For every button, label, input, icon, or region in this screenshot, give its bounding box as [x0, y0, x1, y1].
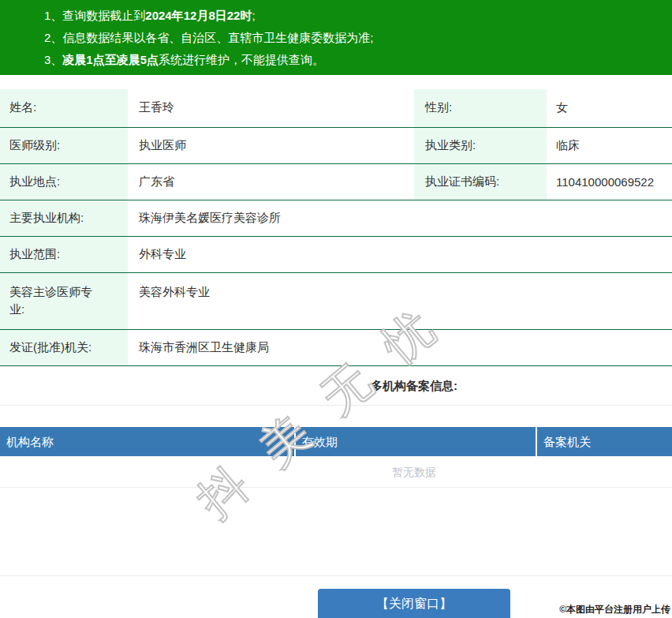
empty-table-body	[0, 488, 672, 576]
cosmetic-label-cell: 美容主诊医师专业:	[0, 272, 128, 329]
query-result-page: 1、查询数据截止到2024年12月8日22时; 2、信息数据结果以各省、自治区、…	[0, 0, 672, 618]
name-label-cell: 姓名:	[0, 89, 128, 127]
location-label-cell: 执业地点:	[0, 163, 128, 200]
org-label-cell: 主要执业机构:	[0, 200, 128, 236]
level-label: 医师级别:	[9, 138, 60, 152]
category-label: 执业类别:	[425, 138, 476, 152]
notice-2-text: 信息数据结果以各省、自治区、直辖市卫生健康委数据为准;	[62, 31, 373, 44]
close-window-button[interactable]: 【关闭窗口】	[318, 589, 510, 618]
name-value-cell: 王香玲	[128, 89, 414, 127]
category-value: 临床	[556, 138, 580, 152]
level-value-cell: 执业医师	[128, 127, 414, 163]
notice-line-1: 1、查询数据截止到2024年12月8日22时;	[44, 5, 672, 27]
table-row: 美容主诊医师专业: 美容外科专业	[0, 272, 672, 329]
record-table-header: 机构名称 有效期 备案机关	[0, 427, 672, 456]
table-row: 姓名: 王香玲 性别: 女	[0, 89, 672, 127]
notice-3-number: 3、	[44, 53, 62, 66]
notice-line-2: 2、信息数据结果以各省、自治区、直辖市卫生健康委数据为准;	[44, 27, 672, 49]
practitioner-info-table: 姓名: 王香玲 性别: 女 医师级别: 执业医师 执业类别: 临床 执业地点: …	[0, 89, 672, 366]
notice-line-3: 3、凌晨1点至凌晨5点系统进行维护，不能提供查询。	[44, 49, 672, 71]
location-value-cell: 广东省	[128, 163, 414, 200]
category-label-cell: 执业类别:	[414, 127, 547, 163]
column-header-validity: 有效期	[296, 427, 537, 456]
cert-label: 执业证书编码:	[425, 174, 499, 188]
notice-banner: 1、查询数据截止到2024年12月8日22时; 2、信息数据结果以各省、自治区、…	[0, 0, 672, 75]
org-label: 主要执业机构:	[9, 211, 84, 224]
category-value-cell: 临床	[547, 127, 672, 163]
notice-1-number: 1、	[44, 9, 62, 22]
column-header-record-authority: 备案机关	[537, 427, 672, 456]
cert-value: 110410000069522	[556, 175, 654, 189]
location-value: 广东省	[139, 174, 174, 188]
issuer-value: 珠海市香洲区卫生健康局	[139, 340, 269, 354]
notice-1-bold-text: 2024年12月8日22时	[145, 9, 252, 22]
cert-label-cell: 执业证书编码:	[414, 163, 547, 200]
org-value: 珠海伊美名媛医疗美容诊所	[139, 211, 281, 224]
gender-value: 女	[556, 100, 568, 114]
notice-1-text: 查询数据截止到	[62, 9, 145, 22]
location-label: 执业地点:	[9, 174, 60, 188]
table-row: 医师级别: 执业医师 执业类别: 临床	[0, 127, 672, 163]
result-content: 抖美无忧 姓名: 王香玲 性别: 女 医师级别: 执业医师 执业类别: 临床 执…	[0, 89, 672, 618]
gender-value-cell: 女	[547, 89, 672, 127]
issuer-label: 发证(批准)机关:	[9, 340, 91, 354]
name-label: 姓名:	[9, 100, 36, 114]
scope-label: 执业范围:	[9, 247, 60, 260]
scope-value-cell: 外科专业	[128, 236, 672, 272]
table-row: 执业范围: 外科专业	[0, 236, 672, 272]
cosmetic-label: 美容主诊医师专业:	[9, 285, 92, 316]
multi-org-section-title: 多机构备案信息:	[0, 366, 672, 406]
cosmetic-value-cell: 美容外科专业	[128, 272, 672, 329]
cert-value-cell: 110410000069522	[547, 163, 672, 200]
column-header-org-name: 机构名称	[0, 427, 296, 456]
cosmetic-value: 美容外科专业	[139, 285, 210, 298]
table-row: 执业地点: 广东省 执业证书编码: 110410000069522	[0, 163, 672, 200]
name-value: 王香玲	[139, 100, 174, 114]
notice-3-bold-text: 凌晨1点至凌晨5点	[62, 53, 159, 66]
notice-1-suffix: ;	[252, 9, 255, 22]
level-value: 执业医师	[139, 138, 186, 152]
notice-3-suffix: 系统进行维护，不能提供查询。	[159, 53, 324, 66]
issuer-label-cell: 发证(批准)机关:	[0, 329, 128, 365]
table-row: 主要执业机构: 珠海伊美名媛医疗美容诊所	[0, 200, 672, 236]
gender-label-cell: 性别:	[414, 89, 547, 127]
upload-attribution-badge: ©本图由平台注册用户上传	[559, 603, 670, 616]
notice-2-number: 2、	[44, 31, 62, 44]
scope-label-cell: 执业范围:	[0, 236, 128, 272]
org-value-cell: 珠海伊美名媛医疗美容诊所	[128, 200, 672, 236]
level-label-cell: 医师级别:	[0, 127, 128, 163]
empty-data-text: 暂无数据	[0, 456, 672, 488]
gender-label: 性别:	[425, 100, 452, 114]
table-row: 发证(批准)机关: 珠海市香洲区卫生健康局	[0, 329, 672, 365]
issuer-value-cell: 珠海市香洲区卫生健康局	[128, 329, 672, 365]
scope-value: 外科专业	[139, 247, 186, 260]
